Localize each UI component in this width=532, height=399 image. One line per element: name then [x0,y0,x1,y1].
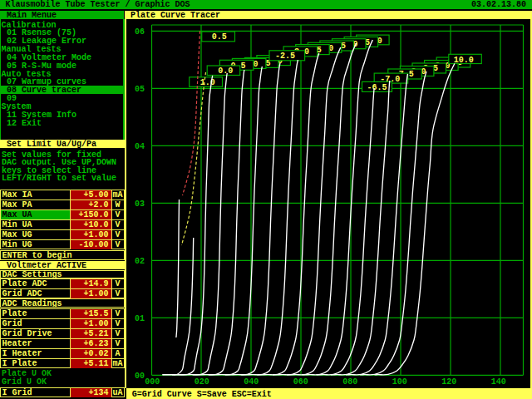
svg-text:1.0: 1.0 [200,78,215,87]
svg-text:05: 05 [135,85,145,94]
svg-text:120: 120 [441,377,456,387]
svg-text:02: 02 [135,257,145,266]
svg-text:080: 080 [342,377,357,387]
svg-text:-2.5: -2.5 [275,52,295,61]
svg-text:0.5: 0.5 [212,32,227,42]
svg-text:10.0: 10.0 [454,56,474,65]
svg-text:140: 140 [491,377,506,387]
svg-text:04: 04 [135,142,145,151]
svg-text:0.0: 0.0 [218,66,233,76]
svg-text:000: 000 [145,377,160,387]
svg-text:020: 020 [195,377,209,387]
svg-text:-6.5: -6.5 [367,83,387,92]
svg-text:01: 01 [135,314,145,323]
svg-text:100: 100 [392,377,407,387]
svg-text:06: 06 [135,27,145,37]
svg-text:00: 00 [135,372,145,381]
svg-text:040: 040 [244,377,259,387]
svg-text:03: 03 [135,200,145,209]
svg-text:060: 060 [293,377,308,387]
